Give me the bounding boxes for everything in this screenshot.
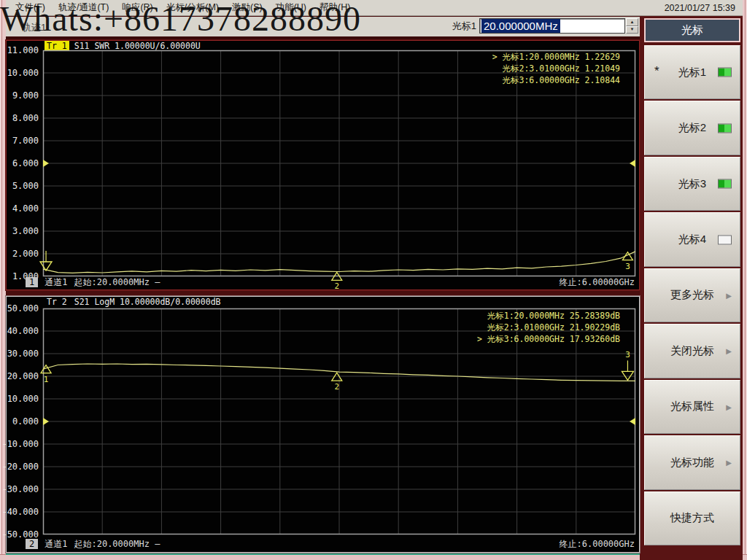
chart2-y-axis-labels: 50.00040.00030.00020.00010.0000.000-10.0… <box>7 297 42 552</box>
window-border-left <box>0 0 6 560</box>
chart1-start-frequency: 起始:20.0000MHz — <box>74 276 160 289</box>
marker-frequency-spinner: ▲ ▼ <box>626 18 638 34</box>
sidebar-button-marker1[interactable]: *光标1 <box>644 45 740 99</box>
sidebar-button-label: 关闭光标 <box>670 344 714 358</box>
marker-entry-group: 光标1 20.000000MHz ▲ ▼ <box>452 18 638 34</box>
sidebar-button-label: 光标3 <box>678 177 706 191</box>
chart2-stop-frequency: 终止:6.00000GHz <box>560 538 635 551</box>
marker-readout-line: 光标3:6.00000GHz 2.10844 <box>492 74 620 86</box>
marker-3-active: 3 <box>622 350 633 380</box>
chart1-marker-readout: > 光标1:20.0000MHz 1.22629光标2:3.01000GHz 1… <box>492 51 620 86</box>
menu-item-response[interactable]: 响应(R) <box>115 1 159 14</box>
spinner-down-button[interactable]: ▼ <box>626 26 638 34</box>
submenu-arrow-icon: ▶ <box>726 291 732 299</box>
marker-readout-line: > 光标1:20.0000MHz 1.22629 <box>492 51 620 63</box>
chart1-y-axis-labels: 11.00010.0009.0008.0007.0006.0005.0004.0… <box>7 41 42 289</box>
y-tick-label: 11.000 <box>7 45 39 55</box>
marker-readout-line: 光标2:3.01000GHz 1.21049 <box>492 63 620 74</box>
window-border-bottom <box>0 554 747 560</box>
toolbar: 轨迹1 光标1 20.000000MHz ▲ ▼ <box>6 17 640 36</box>
y-tick-label: -40.000 <box>1 507 39 517</box>
y-tick-label: 6.000 <box>12 158 39 168</box>
led-indicator-on <box>718 123 732 133</box>
menu-item-trace-channel[interactable]: 轨迹/通道(T) <box>52 1 115 14</box>
svg-text:3: 3 <box>625 350 630 359</box>
y-tick-label: 40.000 <box>7 326 39 336</box>
sidebar-button-marker-functions[interactable]: 光标功能▶ <box>644 435 740 489</box>
led-indicator-off <box>718 235 732 244</box>
marker-readout-line: 光标2:3.01000GHz 21.90229dB <box>477 322 620 333</box>
y-tick-label: 20.000 <box>7 371 39 381</box>
menu-item-help[interactable]: 帮助(H) <box>313 1 357 14</box>
menu-item-stimulus[interactable]: 激励(S) <box>225 1 269 14</box>
menu-item-marker-analysis[interactable]: 光标/分析(M) <box>160 1 225 14</box>
chart-window-1[interactable]: 11.00010.0009.0008.0007.0006.0005.0004.0… <box>6 40 640 290</box>
y-tick-label: 10.000 <box>7 68 39 78</box>
chart2-trace-format: S21 LogM 10.00000dB/0.00000dB <box>74 297 221 307</box>
chart2-trace-tag[interactable]: Tr 2 <box>44 297 69 307</box>
sidebar-button-label: 更多光标 <box>670 288 714 302</box>
chart-window-2[interactable]: 50.00040.00030.00020.00010.0000.000-10.0… <box>6 296 640 553</box>
sidebar-button-label: 光标4 <box>678 233 706 246</box>
y-tick-label: 7.000 <box>12 136 39 146</box>
led-indicator-on <box>718 179 732 189</box>
sidebar-button-label: 光标属性 <box>670 400 714 413</box>
submenu-arrow-icon: ▶ <box>726 402 732 411</box>
y-tick-label: -20.000 <box>1 462 39 472</box>
sidebar-button-label: 光标功能 <box>670 456 714 470</box>
submenu-arrow-icon: ▶ <box>726 459 732 467</box>
sidebar-button-close-markers[interactable]: 关闭光标▶ <box>644 324 740 378</box>
menu-item-function[interactable]: 功能(U) <box>269 1 313 14</box>
sidebar-buttons: *光标1光标2光标3光标4更多光标▶关闭光标▶光标属性▶光标功能▶快捷方式 <box>644 45 740 545</box>
chart2-start-frequency: 起始:20.0000MHz — <box>74 538 160 551</box>
chart1-trace-header: Tr 1 S11 SWR 1.00000U/6.00000U <box>44 41 201 50</box>
sidebar-header: 光标 <box>644 18 740 42</box>
spinner-up-button[interactable]: ▲ <box>626 18 638 26</box>
chart1-window-badge: 1 <box>26 277 38 287</box>
sidebar-button-marker-properties[interactable]: 光标属性▶ <box>644 380 740 434</box>
chart1-stop-frequency: 终止:6.00000GHz <box>560 276 635 289</box>
chart-area-bottom-line <box>6 553 640 555</box>
marker-2: 2 <box>332 373 342 392</box>
y-tick-label: 3.000 <box>12 226 39 236</box>
marker-entry-label: 光标1 <box>452 20 476 33</box>
chart1-channel-row: 1 通道1 起始:20.0000MHz — 终止:6.00000GHz <box>26 276 635 288</box>
y-tick-label: 8.000 <box>12 113 39 123</box>
y-tick-label: -10.000 <box>1 439 39 449</box>
chart2-marker-readout: 光标1:20.0000MHz 25.28389dB光标2:3.01000GHz … <box>477 310 620 345</box>
chart2-window-badge: 2 <box>26 539 38 549</box>
marker-readout-line: > 光标3:6.00000GHz 17.93260dB <box>477 333 620 345</box>
y-tick-label: 9.000 <box>12 90 39 101</box>
y-tick-label: 4.000 <box>12 203 39 214</box>
sidebar-button-label: 光标2 <box>678 121 706 135</box>
sidebar-button-marker2[interactable]: 光标2 <box>644 101 740 155</box>
svg-text:3: 3 <box>625 262 630 271</box>
sidebar-button-marker4[interactable]: 光标4 <box>644 212 740 266</box>
chart2-channel-row: 2 通道1 起始:20.0000MHz — 终止:6.00000GHz <box>26 538 635 550</box>
sidebar-button-shortcuts[interactable]: 快捷方式 <box>644 491 740 545</box>
active-marker-asterisk: * <box>654 64 659 79</box>
svg-text:2: 2 <box>334 382 339 392</box>
menu-item-file[interactable]: 文件(F) <box>9 1 52 14</box>
submenu-arrow-icon: ▶ <box>726 347 732 355</box>
y-tick-label: 10.000 <box>7 394 39 404</box>
menu-bar: 文件(F)轨迹/通道(T)响应(R)光标/分析(M)激励(S)功能(U)帮助(H… <box>6 0 743 16</box>
datetime-display: 2021/01/27 15:39 <box>665 3 740 13</box>
y-tick-label: 0.000 <box>12 416 39 427</box>
trace-selector-label[interactable]: 轨迹1 <box>22 21 46 34</box>
chart1-trace-tag[interactable]: Tr 1 <box>44 41 69 51</box>
svg-text:1: 1 <box>44 375 49 384</box>
marker-frequency-input[interactable]: 20.000000MHz <box>479 18 625 34</box>
y-tick-label: 2.000 <box>12 249 39 259</box>
marker-frequency-value: 20.000000MHz <box>481 19 560 33</box>
led-indicator-on <box>718 68 732 77</box>
chart1-trace-format: S11 SWR 1.00000U/6.00000U <box>74 41 201 51</box>
marker-readout-line: 光标1:20.0000MHz 25.28389dB <box>477 310 620 322</box>
sidebar: 光标 *光标1光标2光标3光标4更多光标▶关闭光标▶光标属性▶光标功能▶快捷方式 <box>640 16 743 560</box>
sidebar-button-label: 快捷方式 <box>670 511 714 525</box>
sidebar-button-more-markers[interactable]: 更多光标▶ <box>644 268 740 322</box>
sidebar-button-marker3[interactable]: 光标3 <box>644 157 740 211</box>
y-tick-label: 50.000 <box>7 303 39 314</box>
chart2-trace-header: Tr 2 S21 LogM 10.00000dB/0.00000dB <box>44 297 221 306</box>
window-border-right <box>743 0 747 560</box>
